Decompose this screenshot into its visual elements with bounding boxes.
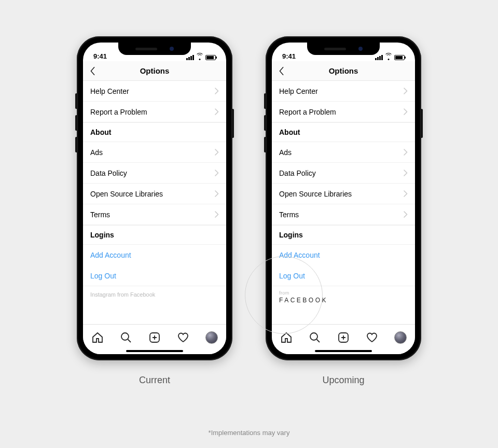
chevron-right-icon: [404, 108, 408, 115]
row-label: Ads: [279, 148, 292, 157]
row-label: Add Account: [90, 251, 131, 259]
svg-line-1: [128, 339, 131, 342]
row-terms[interactable]: Terms: [83, 204, 226, 225]
row-report-problem[interactable]: Report a Problem: [83, 102, 226, 122]
footer-attribution: from FACEBOOK: [272, 286, 415, 306]
tab-search[interactable]: [119, 331, 133, 344]
battery-icon: [205, 55, 216, 60]
section-logins: Logins: [272, 225, 415, 245]
chevron-right-icon: [404, 170, 408, 176]
home-icon: [280, 331, 293, 344]
row-label: Open Source Libraries: [279, 190, 352, 198]
chevron-right-icon: [215, 211, 219, 218]
page-title: Options: [140, 66, 170, 75]
row-help-center[interactable]: Help Center: [83, 81, 226, 102]
status-time: 9:41: [93, 52, 107, 60]
phone-current: 9:41 Options Help Center: [77, 36, 232, 360]
row-label: Terms: [90, 211, 110, 219]
notch: [307, 43, 380, 55]
heart-icon: [366, 331, 378, 344]
section-title: About: [279, 128, 300, 136]
row-label: Terms: [279, 211, 299, 219]
heart-icon: [177, 331, 189, 344]
row-ads[interactable]: Ads: [83, 142, 226, 163]
row-label: Data Policy: [279, 169, 316, 177]
chevron-left-icon: [279, 66, 285, 76]
svg-point-5: [310, 333, 317, 340]
section-title: Logins: [279, 231, 303, 239]
svg-point-0: [121, 333, 129, 340]
row-open-source[interactable]: Open Source Libraries: [272, 184, 415, 204]
home-icon: [91, 331, 104, 344]
row-label: Ads: [90, 148, 103, 157]
tab-profile[interactable]: [205, 331, 218, 344]
footer-from: from: [279, 290, 408, 296]
row-add-account[interactable]: Add Account: [83, 245, 226, 265]
nav-header: Options: [83, 61, 226, 81]
back-button[interactable]: [276, 65, 287, 77]
tab-home[interactable]: [280, 331, 293, 344]
tab-search[interactable]: [308, 331, 322, 344]
chevron-right-icon: [215, 149, 219, 156]
nav-header: Options: [272, 61, 415, 81]
row-label: Data Policy: [90, 169, 127, 177]
home-indicator[interactable]: [315, 350, 372, 352]
tab-activity[interactable]: [176, 331, 190, 344]
search-icon: [120, 331, 132, 344]
cellular-icon: [186, 55, 194, 60]
back-button[interactable]: [87, 65, 99, 77]
avatar-icon: [394, 331, 407, 344]
row-report-problem[interactable]: Report a Problem: [272, 102, 415, 122]
chevron-right-icon: [404, 149, 408, 156]
row-log-out[interactable]: Log Out: [272, 265, 415, 286]
row-label: Log Out: [279, 272, 305, 280]
row-add-account[interactable]: Add Account: [272, 245, 415, 265]
row-data-policy[interactable]: Data Policy: [272, 163, 415, 184]
tab-new-post[interactable]: [337, 331, 350, 344]
caption-upcoming: Upcoming: [322, 375, 364, 386]
row-label: Log Out: [90, 272, 116, 280]
chevron-right-icon: [215, 190, 219, 197]
row-log-out[interactable]: Log Out: [83, 265, 226, 286]
row-open-source[interactable]: Open Source Libraries: [83, 184, 226, 204]
tab-home[interactable]: [91, 331, 104, 344]
chevron-right-icon: [215, 170, 219, 176]
row-data-policy[interactable]: Data Policy: [83, 163, 226, 184]
row-terms[interactable]: Terms: [272, 204, 415, 225]
row-help-center[interactable]: Help Center: [272, 81, 415, 102]
footer-attribution: Instagram from Facebook: [83, 286, 226, 303]
battery-icon: [394, 55, 405, 60]
section-logins: Logins: [83, 225, 226, 245]
chevron-right-icon: [404, 190, 408, 197]
section-about: About: [83, 122, 226, 142]
wifi-icon: [385, 55, 392, 60]
row-label: Report a Problem: [90, 108, 147, 116]
section-about: About: [272, 122, 415, 142]
phone-upcoming: 9:41 Options Help Center: [266, 36, 421, 360]
svg-line-6: [316, 339, 320, 342]
footnote: *Implementations may vary: [0, 429, 498, 437]
avatar-icon: [205, 331, 218, 344]
row-label: Open Source Libraries: [90, 190, 163, 198]
section-title: Logins: [90, 231, 114, 239]
row-ads[interactable]: Ads: [272, 142, 415, 163]
caption-current: Current: [139, 375, 170, 386]
chevron-left-icon: [90, 66, 96, 76]
cellular-icon: [375, 55, 383, 60]
row-label: Help Center: [90, 87, 129, 95]
row-label: Report a Problem: [279, 108, 336, 116]
tab-profile[interactable]: [394, 331, 407, 344]
tab-new-post[interactable]: [148, 331, 161, 344]
chevron-right-icon: [404, 88, 408, 94]
search-icon: [309, 331, 321, 344]
page-title: Options: [329, 66, 358, 75]
chevron-right-icon: [215, 88, 219, 94]
chevron-right-icon: [215, 108, 219, 115]
row-label: Help Center: [279, 87, 318, 95]
row-label: Add Account: [279, 251, 320, 259]
tab-activity[interactable]: [365, 331, 379, 344]
status-time: 9:41: [282, 52, 296, 60]
chevron-right-icon: [404, 211, 408, 218]
plus-square-icon: [337, 331, 350, 344]
home-indicator[interactable]: [126, 350, 183, 352]
